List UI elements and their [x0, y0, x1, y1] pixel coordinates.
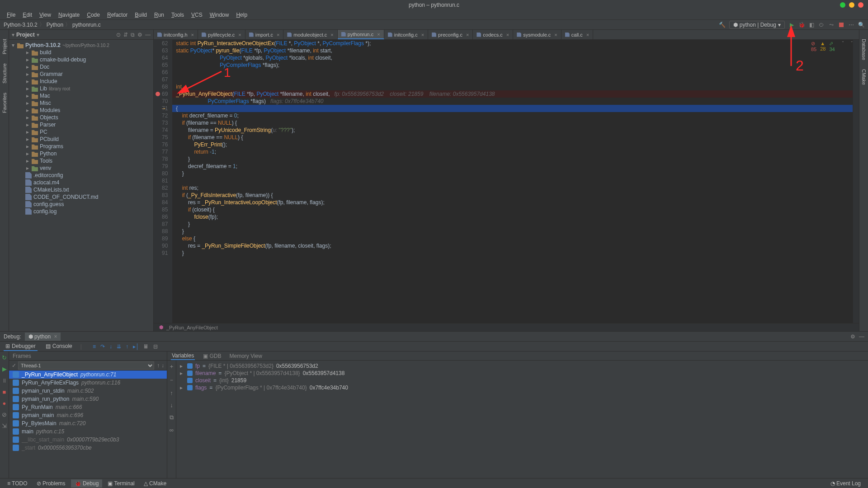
- next-highlight[interactable]: ˇ: [851, 41, 853, 52]
- gdb-tab[interactable]: ▣ GDB: [203, 353, 221, 359]
- stack-frame[interactable]: PyRun_AnyFileExFlags pythonrun.c:116: [9, 379, 167, 387]
- tree-item[interactable]: ▸venv: [9, 164, 153, 172]
- add-watch-icon[interactable]: ＋: [169, 362, 175, 371]
- variables-tab[interactable]: Variables: [171, 352, 195, 360]
- menu-refactor[interactable]: Refactor: [104, 11, 131, 19]
- debug-session-tab[interactable]: ⬢ python ×: [25, 333, 61, 341]
- tree-item[interactable]: ▸Lib library root: [9, 85, 153, 92]
- tree-item[interactable]: ▸Mac: [9, 92, 153, 99]
- stop-button[interactable]: [838, 22, 844, 28]
- editor-tab[interactable]: preconfig.c×: [428, 30, 473, 39]
- more-icon[interactable]: ⋯: [848, 22, 854, 28]
- thread-select[interactable]: Thread-1: [18, 361, 154, 370]
- close-icon[interactable]: ×: [330, 32, 333, 38]
- glasses-icon[interactable]: ∞: [169, 427, 175, 433]
- debugger-tab[interactable]: ⊞ Debugger: [4, 342, 38, 351]
- stack-frame[interactable]: _PyRun_AnyFileObject pythonrun.c:71: [9, 371, 167, 379]
- close-icon[interactable]: ×: [238, 32, 241, 38]
- breadcrumb-item[interactable]: Python-3.10.2: [4, 22, 38, 28]
- settings-icon[interactable]: ⇲: [1, 422, 8, 429]
- next-frame-icon[interactable]: ↓: [161, 362, 164, 369]
- menu-navigate[interactable]: Navigate: [55, 11, 83, 19]
- tool-favorites[interactable]: Favorites: [2, 93, 7, 113]
- run-button[interactable]: ▶: [788, 22, 795, 28]
- locate-icon[interactable]: ⊙: [116, 32, 121, 38]
- tree-item[interactable]: ▸Doc: [9, 63, 153, 70]
- menu-file[interactable]: File: [4, 11, 19, 19]
- menu-help[interactable]: Help: [233, 11, 250, 19]
- bottom-tab-problems[interactable]: ⊘ Problems: [33, 479, 69, 488]
- tree-item[interactable]: ▸PC: [9, 128, 153, 136]
- stack-frame[interactable]: pymain_main main.c:696: [9, 411, 167, 419]
- menu-window[interactable]: Window: [207, 11, 232, 19]
- editor-tab[interactable]: pythonrun.c×: [338, 30, 384, 39]
- close-icon[interactable]: ×: [506, 32, 509, 38]
- remove-watch-icon[interactable]: －: [169, 376, 175, 384]
- tree-item[interactable]: ▸Modules: [9, 107, 153, 114]
- menu-view[interactable]: View: [36, 11, 54, 19]
- tool-project[interactable]: Project: [2, 39, 7, 54]
- view-breakpoints-icon[interactable]: ●: [1, 400, 8, 407]
- code-lines[interactable]: static int PyRun_InteractiveOneObjectEx(…: [172, 40, 853, 323]
- stack-frame[interactable]: Py_BytesMain main.c:720: [9, 419, 167, 427]
- tree-item[interactable]: ▸Grammar: [9, 70, 153, 78]
- tree-item[interactable]: ▸Include: [9, 78, 153, 85]
- copy-icon[interactable]: ⧉: [169, 414, 175, 421]
- search-icon[interactable]: 🔍: [858, 22, 864, 28]
- variable-row[interactable]: ▸filename = {PyObject * | 0x5563957d4138…: [178, 370, 866, 377]
- bottom-tab-cmake[interactable]: △ CMake: [140, 479, 170, 488]
- close-icon[interactable]: ×: [466, 32, 469, 38]
- close-icon[interactable]: ×: [421, 32, 424, 38]
- close-icon[interactable]: ×: [554, 32, 557, 38]
- code-area[interactable]: 6263646566676869707172737475767778798081…: [154, 40, 859, 323]
- tree-item[interactable]: config.guess: [9, 201, 153, 208]
- tree-item[interactable]: ▸Tools: [9, 157, 153, 164]
- minimize-dot[interactable]: [840, 2, 845, 8]
- pause-icon[interactable]: ॥: [1, 377, 8, 384]
- rerun-icon[interactable]: ↻: [1, 354, 8, 361]
- gear-icon[interactable]: ⚙: [850, 333, 855, 340]
- stack-frame[interactable]: _start 0x0000556395370cbe: [9, 444, 167, 452]
- tree-item[interactable]: ▸cmake-build-debug: [9, 56, 153, 63]
- mute-breakpoints-icon[interactable]: ⊘: [1, 411, 8, 418]
- close-icon[interactable]: ×: [191, 32, 194, 38]
- stack-frame[interactable]: pymain_run_stdin main.c:502: [9, 387, 167, 395]
- tree-item[interactable]: ▸Parser: [9, 121, 153, 128]
- breadcrumb-item[interactable]: pythonrun.c: [72, 22, 101, 28]
- bottom-tab-todo[interactable]: ≡ TODO: [4, 479, 31, 488]
- prev-frame-icon[interactable]: ↑: [157, 362, 160, 369]
- run-to-cursor-icon[interactable]: ▸│: [133, 343, 139, 350]
- tool-structure[interactable]: Structure: [2, 63, 7, 84]
- editor-tab[interactable]: moduleobject.c×: [283, 30, 337, 39]
- menu-edit[interactable]: Edit: [19, 11, 35, 19]
- bottom-tab-terminal[interactable]: ▣ Terminal: [104, 479, 138, 488]
- down-icon[interactable]: ↓: [169, 402, 175, 408]
- tree-item[interactable]: ▸Programs: [9, 143, 153, 150]
- profile-icon[interactable]: ⏲: [818, 22, 825, 28]
- stack-frame[interactable]: Py_RunMain main.c:666: [9, 403, 167, 411]
- tree-root[interactable]: ▾Python-3.10.2 ~/python/Python-3.10.2: [9, 42, 153, 49]
- editor-tab[interactable]: initconfig.h×: [154, 30, 198, 39]
- menu-tools[interactable]: Tools: [168, 11, 187, 19]
- tree-item[interactable]: ▸Objects: [9, 114, 153, 121]
- hide-icon[interactable]: —: [145, 32, 151, 38]
- close-icon[interactable]: ×: [277, 32, 279, 38]
- tree-item[interactable]: CMakeLists.txt: [9, 186, 153, 193]
- menu-run[interactable]: Run: [151, 11, 167, 19]
- breadcrumb-item[interactable]: Python: [47, 22, 63, 28]
- chevron-down-icon[interactable]: ▾: [37, 32, 39, 38]
- attach-icon[interactable]: ⤳: [828, 22, 835, 28]
- memory-tab[interactable]: Memory View: [230, 353, 262, 359]
- stack-frame[interactable]: main python.c:15: [9, 427, 167, 436]
- close-icon[interactable]: ×: [54, 333, 57, 340]
- collapse-icon[interactable]: ⧉: [131, 32, 135, 38]
- tool-database[interactable]: Database: [861, 39, 867, 60]
- resume-icon[interactable]: ▶: [1, 366, 8, 372]
- editor-tab[interactable]: call.c×: [561, 30, 594, 39]
- variable-row[interactable]: ▸flags = {PyCompilerFlags * | 0x7ffc4e34…: [178, 384, 866, 391]
- tree-item[interactable]: ▸build: [9, 49, 153, 56]
- project-expand-icon[interactable]: ▾: [12, 32, 14, 38]
- tree-item[interactable]: ▸Python: [9, 150, 153, 157]
- stop-icon[interactable]: ■: [1, 389, 8, 395]
- variable-row[interactable]: closeit = {int} 21859: [178, 377, 866, 384]
